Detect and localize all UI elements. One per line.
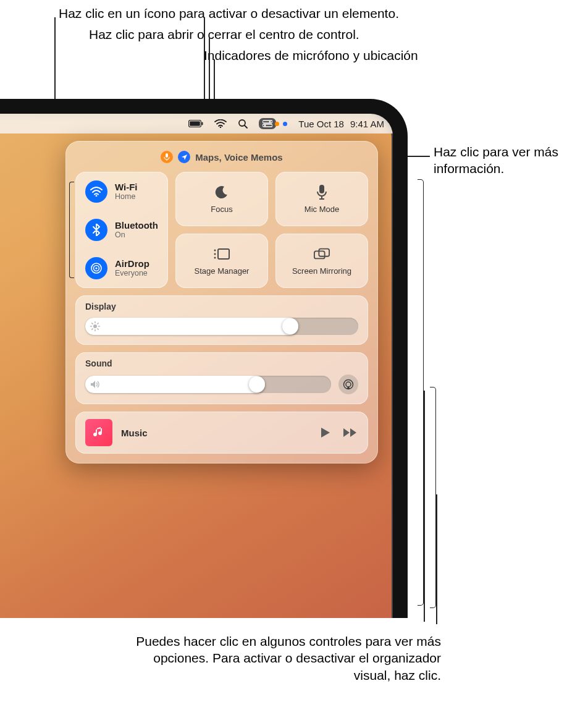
slider-knob[interactable] (249, 376, 265, 392)
wifi-toggle[interactable]: Wi-Fi Home (85, 180, 158, 203)
airdrop-title: AirDrop (115, 258, 149, 269)
svg-point-12 (96, 195, 98, 197)
callout-more-options: Puedes hacer clic en algunos controles p… (132, 633, 441, 684)
battery-icon[interactable] (188, 114, 203, 133)
location-indicator-icon (178, 151, 190, 163)
microphone-indicator-icon (161, 151, 173, 163)
connectivity-bracket (69, 182, 74, 278)
wifi-icon (85, 180, 107, 203)
audio-output-button[interactable] (338, 375, 358, 394)
svg-point-22 (214, 256, 216, 258)
screen-mirroring-tile[interactable]: Screen Mirroring (275, 234, 368, 288)
location-indicator-dot (283, 122, 287, 126)
svg-point-35 (346, 382, 351, 387)
menubar-date: Tue Oct 18 (298, 119, 344, 129)
music-title: Music (121, 428, 309, 438)
device-frame: Tue Oct 18 9:41 AM Maps, Voice Memos (0, 99, 408, 618)
now-playing-module[interactable]: Music (75, 412, 368, 454)
connectivity-module[interactable]: Wi-Fi Home Bluetooth On (75, 172, 168, 288)
svg-point-21 (214, 253, 216, 255)
mic-indicator-dot (275, 122, 279, 126)
sound-module[interactable]: Sound (75, 352, 368, 404)
display-brightness-slider[interactable] (85, 318, 358, 335)
wifi-subtitle: Home (115, 192, 138, 201)
play-button[interactable] (317, 425, 334, 441)
svg-rect-19 (218, 249, 229, 259)
airplay-audio-icon (343, 379, 354, 390)
stage-manager-icon (214, 246, 230, 262)
display-module[interactable]: Display (75, 295, 368, 345)
slider-knob[interactable] (282, 318, 298, 334)
svg-rect-8 (262, 124, 272, 127)
leader-line (436, 494, 437, 624)
callout-toggle-icon: Haz clic en un ícono para activar o desa… (59, 5, 399, 22)
moon-icon (214, 184, 230, 200)
display-label: Display (85, 302, 358, 311)
callout-more-info: Haz clic para ver más información. (434, 143, 576, 177)
focus-label: Focus (211, 205, 232, 214)
control-center-panel: Maps, Voice Memos Wi-Fi Home (65, 141, 378, 464)
wifi-title: Wi-Fi (115, 182, 138, 192)
brightness-icon (90, 321, 100, 331)
airdrop-subtitle: Everyone (115, 269, 149, 277)
svg-point-7 (269, 121, 271, 123)
next-track-button[interactable] (342, 425, 358, 441)
annotation-bracket (418, 179, 424, 606)
next-icon (343, 428, 358, 438)
sensor-apps-label: Maps, Voice Memos (195, 152, 282, 163)
bluetooth-icon (85, 219, 107, 241)
volume-icon (90, 380, 100, 389)
menu-bar: Tue Oct 18 9:41 AM (0, 114, 393, 133)
focus-tile[interactable]: Focus (175, 172, 268, 226)
svg-rect-1 (190, 121, 200, 126)
control-center-menubar-button[interactable] (259, 114, 287, 133)
callout-indicators: Indicadores de micrófono y ubicación (204, 47, 418, 64)
sensor-indicator-row[interactable]: Maps, Voice Memos (75, 151, 368, 163)
svg-point-3 (220, 127, 222, 128)
menubar-datetime[interactable]: Tue Oct 18 9:41 AM (298, 114, 384, 133)
bluetooth-title: Bluetooth (115, 220, 158, 231)
svg-rect-10 (166, 153, 168, 158)
mic-icon (314, 184, 330, 200)
airdrop-toggle[interactable]: AirDrop Everyone (85, 257, 158, 279)
music-artwork-icon (85, 419, 112, 446)
screen-mirroring-icon (314, 246, 330, 262)
svg-rect-6 (262, 121, 272, 123)
svg-line-5 (245, 125, 247, 128)
bluetooth-toggle[interactable]: Bluetooth On (85, 219, 158, 241)
annotation-bracket (430, 387, 436, 608)
sound-label: Sound (85, 358, 358, 368)
stage-manager-label: Stage Manager (195, 267, 250, 276)
mic-mode-label: Mic Mode (304, 205, 339, 214)
screen-mirroring-label: Screen Mirroring (292, 267, 351, 276)
svg-point-25 (93, 324, 97, 328)
svg-rect-16 (319, 185, 324, 193)
svg-line-33 (98, 323, 98, 324)
sound-volume-slider[interactable] (85, 376, 331, 393)
svg-rect-2 (202, 122, 203, 125)
svg-point-9 (264, 125, 266, 127)
svg-line-32 (92, 329, 93, 329)
wifi-icon[interactable] (214, 114, 227, 133)
callout-open-cc: Haz clic para abrir o cerrar el centro d… (89, 26, 359, 43)
svg-line-30 (92, 323, 93, 324)
svg-line-31 (98, 329, 98, 329)
leader-line (424, 391, 425, 622)
spotlight-icon[interactable] (238, 114, 248, 133)
mic-mode-tile[interactable]: Mic Mode (275, 172, 368, 226)
svg-point-20 (214, 249, 216, 251)
play-icon (321, 427, 330, 438)
stage-manager-tile[interactable]: Stage Manager (175, 234, 268, 288)
menubar-time: 9:41 AM (350, 119, 384, 129)
bluetooth-subtitle: On (115, 231, 158, 239)
svg-point-15 (95, 267, 97, 269)
airdrop-icon (85, 257, 107, 279)
